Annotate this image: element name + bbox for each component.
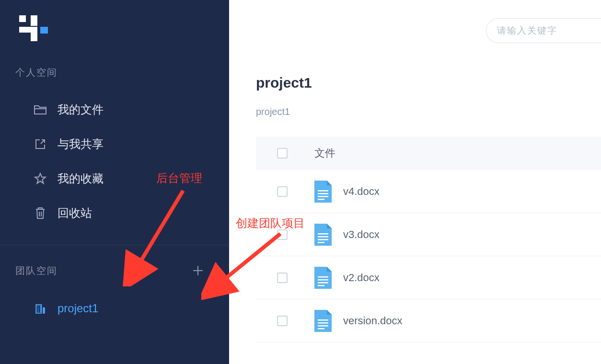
- section-heading-personal: 个人空间: [15, 66, 58, 79]
- sidebar-item-label: 我的文件: [58, 102, 104, 117]
- svg-rect-19: [318, 239, 328, 240]
- share-icon: [34, 137, 47, 151]
- svg-rect-4: [31, 33, 37, 41]
- star-icon: [34, 172, 47, 185]
- row-checkbox[interactable]: [277, 186, 288, 197]
- page-title: project1: [256, 75, 601, 91]
- sidebar-team-item-project1[interactable]: project1: [15, 292, 229, 325]
- table-row[interactable]: v2.docx: [256, 256, 601, 299]
- select-all-checkbox[interactable]: [277, 148, 288, 159]
- svg-rect-21: [318, 276, 328, 278]
- sidebar-item-shared[interactable]: 与我共享: [15, 127, 229, 161]
- file-name: v2.docx: [343, 272, 380, 284]
- svg-rect-24: [318, 285, 324, 286]
- plus-icon[interactable]: [190, 262, 206, 279]
- svg-rect-2: [31, 22, 37, 26]
- svg-rect-14: [318, 193, 328, 194]
- sidebar-item-favorites[interactable]: 我的收藏: [15, 161, 229, 196]
- svg-rect-27: [318, 325, 328, 327]
- row-checkbox[interactable]: [277, 316, 288, 326]
- logo-area: [0, 0, 229, 66]
- svg-rect-15: [318, 196, 328, 197]
- table-header: 文件: [256, 136, 601, 170]
- main-content: project1 project1 文件: [229, 0, 601, 364]
- svg-rect-3: [19, 27, 37, 33]
- svg-marker-7: [35, 173, 46, 183]
- svg-point-10: [140, 269, 143, 273]
- svg-rect-5: [40, 27, 48, 34]
- sidebar-item-trash[interactable]: 回收站: [15, 196, 229, 230]
- svg-rect-25: [318, 319, 328, 321]
- svg-rect-28: [318, 328, 324, 330]
- svg-rect-17: [318, 233, 328, 235]
- table-row[interactable]: version.docx: [256, 299, 601, 342]
- file-name: v3.docx: [343, 228, 380, 241]
- document-icon: [314, 310, 332, 332]
- svg-rect-18: [318, 236, 328, 238]
- folder-icon: [34, 103, 47, 116]
- row-checkbox[interactable]: [277, 229, 288, 240]
- svg-rect-16: [318, 199, 324, 200]
- search-wrap: [486, 18, 601, 43]
- document-icon: [314, 181, 332, 203]
- file-name: version.docx: [343, 315, 403, 327]
- sidebar-item-label: 与我共享: [58, 136, 104, 152]
- table-row[interactable]: v3.docx: [256, 213, 601, 256]
- sidebar-item-label: 我的收藏: [58, 171, 104, 186]
- svg-rect-20: [318, 242, 324, 243]
- sidebar-item-label: project1: [58, 302, 98, 315]
- breadcrumb[interactable]: project1: [256, 106, 601, 117]
- svg-rect-22: [318, 279, 328, 281]
- row-checkbox[interactable]: [277, 273, 288, 283]
- document-icon: [314, 224, 332, 246]
- trash-icon: [34, 206, 47, 220]
- svg-rect-23: [318, 282, 328, 284]
- search-input[interactable]: [486, 18, 601, 43]
- section-heading-team: 团队空间: [15, 264, 58, 277]
- file-table: 文件 v4.docx: [256, 136, 601, 342]
- app-logo: [19, 15, 49, 43]
- svg-rect-26: [318, 322, 328, 324]
- document-icon: [314, 267, 332, 289]
- column-header-file: 文件: [314, 146, 335, 160]
- sidebar: 个人空间 我的文件: [0, 0, 229, 364]
- sidebar-team-section: 团队空间: [0, 245, 229, 325]
- sidebar-item-my-files[interactable]: 我的文件: [15, 92, 229, 127]
- svg-rect-13: [318, 190, 328, 192]
- sidebar-item-label: 回收站: [58, 205, 92, 221]
- table-row[interactable]: v4.docx: [256, 170, 601, 213]
- building-icon: [34, 302, 47, 315]
- gear-icon[interactable]: [133, 262, 150, 279]
- file-name: v4.docx: [343, 185, 380, 198]
- sidebar-personal-section: 个人空间 我的文件: [0, 66, 229, 230]
- svg-rect-0: [19, 15, 26, 22]
- svg-rect-1: [31, 15, 37, 22]
